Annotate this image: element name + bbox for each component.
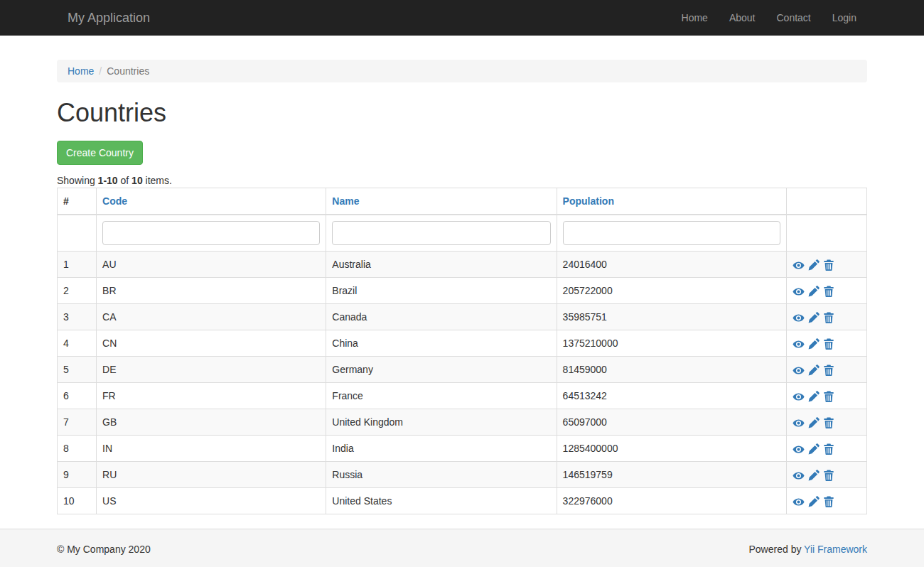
table-row: 4CNChina1375210000 [58, 330, 867, 357]
eye-icon [793, 470, 805, 482]
view-action-button[interactable] [793, 494, 805, 508]
delete-action-button[interactable] [823, 257, 834, 271]
table-row: 6FRFrance64513242 [58, 383, 867, 409]
population-cell: 35985751 [557, 304, 786, 330]
nav-item-about[interactable]: About [719, 0, 766, 36]
eye-icon [793, 443, 805, 455]
sort-link-code[interactable]: Code [102, 195, 127, 207]
delete-action-button[interactable] [823, 468, 834, 482]
view-action-button[interactable] [793, 441, 805, 455]
footer-powered-by: Powered by Yii Framework [748, 544, 867, 555]
column-header-actions [786, 188, 866, 215]
update-action-button[interactable] [808, 336, 820, 350]
delete-action-button[interactable] [823, 389, 834, 403]
actions-cell [786, 436, 866, 462]
pencil-icon [808, 417, 820, 428]
table-row: 10USUnited States322976000 [58, 488, 867, 514]
name-cell: United States [326, 488, 557, 514]
view-action-button[interactable] [793, 389, 805, 403]
actions-cell [786, 462, 866, 488]
table-row: 3CACanada35985751 [58, 304, 867, 330]
update-action-button[interactable] [808, 284, 820, 298]
eye-icon [793, 391, 805, 403]
column-header-population: Population [557, 188, 786, 215]
trash-icon [823, 417, 834, 428]
index-cell: 6 [58, 383, 97, 409]
update-action-button[interactable] [808, 415, 820, 429]
index-cell: 3 [58, 304, 97, 330]
pencil-icon [808, 470, 820, 481]
delete-action-button[interactable] [823, 441, 834, 455]
index-cell: 2 [58, 278, 97, 304]
update-action-button[interactable] [808, 494, 820, 508]
update-action-button[interactable] [808, 389, 820, 403]
actions-cell [786, 304, 866, 330]
pencil-icon [808, 496, 820, 507]
sort-link-name[interactable]: Name [332, 195, 359, 207]
nav-item-login[interactable]: Login [822, 0, 867, 36]
name-cell: Brazil [326, 278, 557, 304]
view-action-button[interactable] [793, 257, 805, 271]
name-cell: United Kingdom [326, 409, 557, 436]
update-action-button[interactable] [808, 468, 820, 482]
code-filter-input[interactable] [102, 221, 320, 245]
index-cell: 5 [58, 357, 97, 383]
update-action-button[interactable] [808, 257, 820, 271]
trash-icon [823, 364, 834, 376]
delete-action-button[interactable] [823, 336, 834, 350]
filter-cell-actions [786, 215, 866, 252]
create-country-button[interactable]: Create Country [57, 141, 143, 165]
grid-body: 1AUAustralia240164002BRBrazil2057220003C… [58, 252, 867, 514]
filter-cell-code [97, 215, 326, 252]
actions-cell [786, 252, 866, 278]
breadcrumb-home-link[interactable]: Home [68, 65, 94, 77]
name-filter-input[interactable] [332, 221, 550, 245]
delete-action-button[interactable] [823, 494, 834, 508]
breadcrumb: Home / Countries [57, 60, 867, 82]
update-action-button[interactable] [808, 310, 820, 324]
trash-icon [823, 391, 834, 402]
population-cell: 205722000 [557, 278, 786, 304]
view-action-button[interactable] [793, 310, 805, 324]
footer-copyright: © My Company 2020 [57, 544, 151, 555]
view-action-button[interactable] [793, 336, 805, 350]
nav-item-contact[interactable]: Contact [765, 0, 821, 36]
nav-item-home[interactable]: Home [671, 0, 719, 36]
delete-action-button[interactable] [823, 284, 834, 298]
yii-framework-link[interactable]: Yii Framework [804, 544, 867, 555]
trash-icon [823, 443, 834, 455]
name-cell: Germany [326, 357, 557, 383]
population-cell: 1285400000 [557, 436, 786, 462]
index-cell: 9 [58, 462, 97, 488]
index-cell: 7 [58, 409, 97, 436]
eye-icon [793, 417, 805, 429]
table-row: 9RURussia146519759 [58, 462, 867, 488]
pencil-icon [808, 259, 820, 271]
name-cell: Canada [326, 304, 557, 330]
sort-link-population[interactable]: Population [563, 195, 614, 207]
population-filter-input[interactable] [563, 221, 780, 245]
breadcrumb-current: Countries [107, 65, 149, 77]
update-action-button[interactable] [808, 441, 820, 455]
code-cell: GB [97, 409, 326, 436]
navbar-brand[interactable]: My Application [57, 0, 161, 36]
population-cell: 64513242 [557, 383, 786, 409]
trash-icon [823, 259, 834, 271]
view-action-button[interactable] [793, 362, 805, 377]
delete-action-button[interactable] [823, 415, 834, 429]
delete-action-button[interactable] [823, 362, 834, 377]
code-cell: DE [97, 357, 326, 383]
table-row: 5DEGermany81459000 [58, 357, 867, 383]
view-action-button[interactable] [793, 468, 805, 482]
code-cell: CN [97, 330, 326, 357]
breadcrumb-separator: / [94, 65, 107, 77]
eye-icon [793, 286, 805, 298]
actions-cell [786, 383, 866, 409]
eye-icon [793, 496, 805, 508]
delete-action-button[interactable] [823, 310, 834, 324]
table-row: 8INIndia1285400000 [58, 436, 867, 462]
view-action-button[interactable] [793, 284, 805, 298]
population-cell: 81459000 [557, 357, 786, 383]
update-action-button[interactable] [808, 362, 820, 377]
view-action-button[interactable] [793, 415, 805, 429]
